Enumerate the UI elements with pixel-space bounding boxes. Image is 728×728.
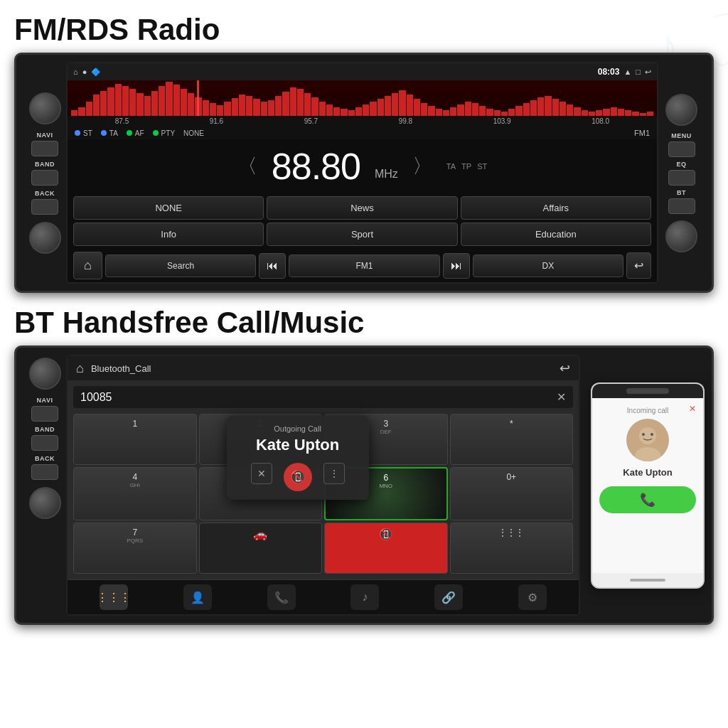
delete-button[interactable]: ✕ <box>557 390 566 404</box>
radio-screen: ⌂ ● 🔷 08:03 ▲ □ ↩ 87.5 91.6 95.7 <box>66 62 658 284</box>
bluetooth-status-icon: 🔷 <box>91 68 101 77</box>
dial-star[interactable]: * <box>450 414 574 465</box>
pty-affairs-button[interactable]: Affairs <box>461 196 651 220</box>
pty-info-button[interactable]: Info <box>73 223 264 246</box>
bt-back-button[interactable] <box>31 464 58 480</box>
spectrum-bar <box>385 96 391 116</box>
grid-button[interactable]: ⋮⋮⋮ <box>450 523 574 574</box>
menu-button[interactable] <box>668 141 695 157</box>
pty-education-button[interactable]: Education <box>461 223 651 246</box>
right-knob-bottom[interactable] <box>665 220 697 252</box>
current-frequency: 88.80 <box>272 145 360 188</box>
bt-navi-button[interactable] <box>31 406 58 422</box>
nav-music-button[interactable]: ♪ <box>350 584 379 610</box>
bt-left-knob-bottom[interactable] <box>29 487 61 519</box>
right-knob[interactable] <box>665 94 697 126</box>
bt-back-arrow[interactable]: ↩ <box>560 360 570 376</box>
fm-radio-section: ♪ ♫ 𝄞 ♩ ♪ FM/RDS Radio NAVI BAND BACK <box>0 0 728 300</box>
bt-button[interactable] <box>668 198 695 214</box>
freq-up-button[interactable]: 〉 <box>412 153 432 180</box>
pty-sport-button[interactable]: Sport <box>267 223 457 246</box>
spectrum-bar <box>115 84 122 116</box>
dial-7[interactable]: 7PQRS <box>73 523 197 574</box>
left-knob[interactable] <box>29 92 61 124</box>
spectrum-bar <box>640 113 646 116</box>
spectrum-bar <box>246 96 252 116</box>
navi-button[interactable] <box>31 141 58 156</box>
call-button[interactable]: 🚗 <box>199 523 323 574</box>
pty-buttons-grid: NONE News Affairs Info Sport Education <box>68 193 657 249</box>
spectrum-bar <box>363 105 369 116</box>
next-button[interactable]: ⏭ <box>443 253 470 279</box>
frequency-display: 〈 88.80 MHz 〉 TA TP ST <box>68 139 657 193</box>
incoming-close-icon[interactable]: ✕ <box>689 404 696 414</box>
search-button[interactable]: Search <box>105 255 256 277</box>
bt-handsfree-section: BT Handsfree Call/Music NAVI BAND BACK ⌂ <box>0 300 728 632</box>
dial-4[interactable]: 4GHI <box>73 467 197 520</box>
dx-button[interactable]: DX <box>473 255 623 277</box>
left-knob-bottom[interactable] <box>29 222 61 254</box>
bt-unit: NAVI BAND BACK ⌂ Bluetooth_Call ↩ <box>14 346 714 625</box>
eq-group: EQ <box>668 161 695 186</box>
spectrum-bar <box>282 92 289 116</box>
call-end-button[interactable]: 📵 <box>284 463 312 491</box>
call-dial-button[interactable]: ✕ <box>251 463 272 484</box>
back-ctrl-button[interactable]: ↩ <box>626 252 651 279</box>
bt-navi-group: NAVI <box>31 397 58 422</box>
bt-section-title: BT Handsfree Call/Music <box>14 306 714 340</box>
spectrum-bar <box>173 85 180 116</box>
nav-settings-button[interactable]: ⚙ <box>518 584 547 610</box>
fm1-button[interactable]: FM1 <box>289 255 439 277</box>
home-button[interactable]: ⌂ <box>73 252 102 279</box>
nav-apps-button[interactable]: ⋮⋮⋮ <box>100 584 128 610</box>
rds-pty: PTY <box>153 129 175 137</box>
band-button[interactable] <box>31 170 58 186</box>
st-indicator: ST <box>477 162 487 171</box>
spectrum-bars <box>68 80 657 116</box>
incoming-call-label: Incoming call <box>627 407 668 414</box>
phone-home-indicator <box>630 579 665 582</box>
freq-down-button[interactable]: 〈 <box>237 153 257 180</box>
right-side-buttons: MENU EQ BT <box>658 91 705 255</box>
home-status-icon: ⌂ <box>73 68 78 76</box>
prev-button[interactable]: ⏮ <box>259 253 286 279</box>
pty-news-button[interactable]: News <box>267 196 457 220</box>
spectrum-bar <box>515 106 522 116</box>
spectrum-bar <box>304 93 311 116</box>
rds-info-row: ST TA AF PTY NONE FM1 <box>68 127 657 139</box>
spectrum-bar <box>567 105 573 116</box>
spectrum-bar <box>545 96 551 116</box>
bt-band-button[interactable] <box>31 435 58 451</box>
end-button[interactable]: 📵 <box>324 523 448 574</box>
dial-1[interactable]: 1 <box>73 414 197 465</box>
af-dot <box>127 130 132 136</box>
pty-none-button[interactable]: NONE <box>73 196 264 220</box>
number-display: 10085 ✕ <box>73 386 573 408</box>
dialed-number: 10085 <box>80 391 112 404</box>
spectrum-bar <box>355 107 362 116</box>
spectrum-bar <box>582 110 588 116</box>
back-button[interactable] <box>31 199 58 215</box>
spectrum-bar <box>319 102 326 116</box>
spectrum-bar <box>326 105 333 116</box>
status-icons-right: ▲ □ ↩ <box>623 68 651 77</box>
back-arrow-icon: ↩ <box>645 68 651 77</box>
call-keypad-button[interactable]: ⋮ <box>323 463 345 484</box>
left-side-buttons: NAVI BAND BACK <box>23 90 66 257</box>
nav-phone-button[interactable]: 📞 <box>267 584 296 610</box>
spectrum-bar <box>78 107 85 116</box>
eq-button[interactable] <box>668 170 695 186</box>
spectrum-bar <box>188 93 194 116</box>
navi-group: NAVI <box>31 132 58 156</box>
spectrum-bar <box>107 87 114 116</box>
bt-left-knob[interactable] <box>29 358 61 390</box>
answer-call-button[interactable]: 📞 <box>599 486 696 513</box>
spectrum-bar <box>436 109 442 116</box>
spectrum-bar <box>333 107 340 116</box>
dial-0plus[interactable]: 0+ <box>450 467 574 520</box>
spectrum-bar <box>465 102 471 116</box>
bottom-controls: ⌂ Search ⏮ FM1 ⏭ DX ↩ <box>68 249 657 282</box>
nav-link-button[interactable]: 🔗 <box>434 584 463 610</box>
bt-home-icon[interactable]: ⌂ <box>76 361 84 376</box>
nav-contacts-button[interactable]: 👤 <box>183 584 212 610</box>
